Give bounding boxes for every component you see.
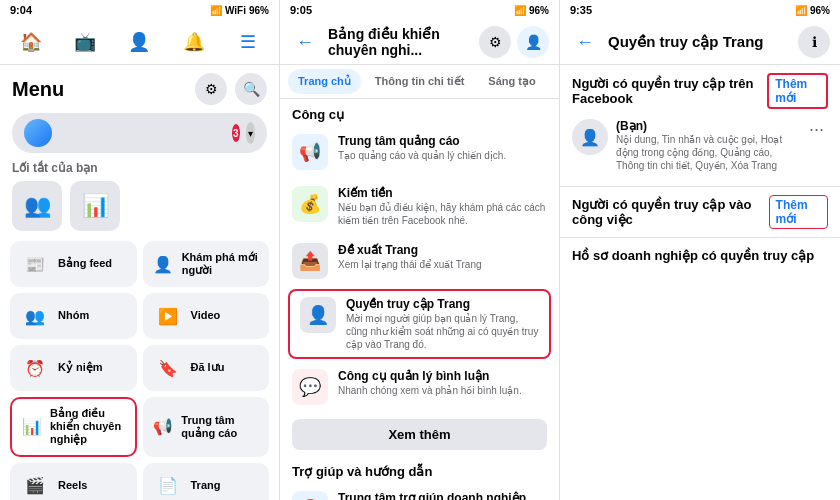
menu-label-quang-cao: Trung tâm quảng cáo: [181, 414, 259, 440]
tool-icon-de-xuat: 📤: [292, 243, 328, 279]
nav-bar-1: 🏠 📺 👤 🔔 ☰: [0, 20, 279, 65]
signal-icon-2: 📶: [514, 5, 526, 16]
battery-icon: 96%: [249, 5, 269, 16]
menu-item-trang[interactable]: 📄 Trang: [143, 463, 270, 500]
menu-icon-da-luu: 🔖: [153, 353, 183, 383]
tool-text-binh-luan: Công cụ quản lý bình luận Nhanh chóng xe…: [338, 369, 547, 397]
menu-grid: 📰 Bảng feed 👤 Khám phá mới người 👥 Nhóm …: [0, 235, 279, 500]
biz-section: Hồ sơ doanh nghiệp có quyền truy cập: [560, 238, 840, 272]
chevron-down-icon[interactable]: ▾: [246, 122, 255, 144]
panel-dashboard: 9:05 📶 96% ← Bảng điều khiển chuyên nghi…: [280, 0, 560, 500]
menu-icon-trang: 📄: [153, 471, 183, 500]
status-icons-1: 📶 WiFi 96%: [210, 5, 269, 16]
time-1: 9:04: [10, 4, 32, 16]
time-3: 9:35: [570, 4, 592, 16]
menu-item-ky-niem[interactable]: ⏰ Kỷ niệm: [10, 345, 137, 391]
menu-icon-video: ▶️: [153, 301, 183, 331]
avatar-icon-2[interactable]: 👤: [517, 26, 549, 58]
info-icon-btn[interactable]: ℹ: [798, 26, 830, 58]
tool-binh-luan[interactable]: 💬 Công cụ quản lý bình luận Nhanh chóng …: [280, 361, 559, 413]
menu-item-bang-feed[interactable]: 📰 Bảng feed: [10, 241, 137, 287]
fb-access-title: Người có quyền truy cập trên Facebook: [572, 76, 767, 106]
nav-home[interactable]: 🏠: [15, 26, 47, 58]
search-input[interactable]: [58, 126, 226, 141]
search-icon-btn[interactable]: 🔍: [235, 73, 267, 105]
nav-menu[interactable]: ☰: [232, 26, 264, 58]
panel-menu: 9:04 📶 WiFi 96% 🏠 📺 👤 🔔 ☰ Menu ⚙ 🔍 3 ▾ L…: [0, 0, 280, 500]
tabs-row: Trang chủ Thông tin chi tiết Sáng tạo Tư…: [280, 65, 559, 99]
tool-desc-quang-cao: Tạo quảng cáo và quản lý chiến dịch.: [338, 149, 547, 162]
help-label: Trợ giúp và hướng dẫn: [280, 456, 559, 483]
panel2-header: ← Bảng điều khiển chuyên nghi... ⚙ 👤: [280, 20, 559, 65]
tool-text-quang-cao: Trung tâm quảng cáo Tạo quảng cáo và quả…: [338, 134, 547, 162]
view-more-button[interactable]: Xem thêm: [292, 419, 547, 450]
nav-tv[interactable]: 📺: [69, 26, 101, 58]
gear-icon-2[interactable]: ⚙: [479, 26, 511, 58]
tool-icon-binh-luan: 💬: [292, 369, 328, 405]
user-name-ban: (Bạn): [616, 119, 797, 133]
tool-kiem-tien[interactable]: 💰 Kiếm tiền Nếu bạn đủ điều kiện, hãy kh…: [280, 178, 559, 235]
menu-label-reels: Reels: [58, 479, 87, 492]
add-new-work-button[interactable]: Thêm mới: [769, 195, 828, 229]
search-bar: 3 ▾: [12, 113, 267, 153]
tab-sang-tao[interactable]: Sáng tạo: [478, 69, 545, 94]
back-button-3[interactable]: ←: [570, 30, 600, 55]
signal-icon-3: 📶: [795, 5, 807, 16]
tool-quang-cao[interactable]: 📢 Trung tâm quảng cáo Tạo quảng cáo và q…: [280, 126, 559, 178]
nav-profile[interactable]: 👤: [123, 26, 155, 58]
shortcut-item-1[interactable]: 👥: [12, 181, 62, 231]
tool-icon-kiem-tien: 💰: [292, 186, 328, 222]
nav-bell[interactable]: 🔔: [178, 26, 210, 58]
tool-text-quyen: Quyền truy cập Trang Mời mọi người giúp …: [346, 297, 539, 351]
tool-text-meta: Trung tâm trợ giúp doanh nghiệp của Meta…: [338, 491, 547, 500]
menu-icon-nhom: 👥: [20, 301, 50, 331]
time-2: 9:05: [290, 4, 312, 16]
shortcut-item-2[interactable]: 📊: [70, 181, 120, 231]
tool-desc-binh-luan: Nhanh chóng xem và phản hồi bình luận.: [338, 384, 547, 397]
menu-title: Menu: [12, 78, 64, 101]
menu-item-nhom[interactable]: 👥 Nhóm: [10, 293, 137, 339]
tab-trang-chu[interactable]: Trang chủ: [288, 69, 361, 94]
panel2-title: Bảng điều khiển chuyên nghi...: [328, 26, 471, 58]
menu-icon-bang-dk: 📊: [22, 412, 42, 442]
menu-label-bang-dk: Bảng điều khiển chuyên nghiệp: [50, 407, 125, 447]
menu-label-nhom: Nhóm: [58, 309, 89, 322]
tool-desc-de-xuat: Xem lại trạng thái để xuất Trang: [338, 258, 547, 271]
menu-label-feed: Bảng feed: [58, 257, 112, 270]
panel3-header: ← Quyền truy cập Trang ℹ: [560, 20, 840, 65]
menu-item-quang-cao[interactable]: 📢 Trung tâm quảng cáo: [143, 397, 270, 457]
battery-icon-3: 96%: [810, 5, 830, 16]
back-button-2[interactable]: ←: [290, 30, 320, 55]
more-options-btn[interactable]: ···: [805, 119, 828, 140]
add-new-fb-button[interactable]: Thêm mới: [767, 73, 828, 109]
menu-item-kham-pha[interactable]: 👤 Khám phá mới người: [143, 241, 270, 287]
menu-item-bang-dk[interactable]: 📊 Bảng điều khiển chuyên nghiệp: [10, 397, 137, 457]
tool-quyen-truy-cap[interactable]: 👤 Quyền truy cập Trang Mời mọi người giú…: [288, 289, 551, 359]
tool-icon-quang-cao: 📢: [292, 134, 328, 170]
menu-header-icons: ⚙ 🔍: [195, 73, 267, 105]
menu-item-da-luu[interactable]: 🔖 Đã lưu: [143, 345, 270, 391]
tool-icon-meta: ❓: [292, 491, 328, 500]
menu-label-video: Video: [191, 309, 221, 322]
menu-item-video[interactable]: ▶️ Video: [143, 293, 270, 339]
tool-title-quang-cao: Trung tâm quảng cáo: [338, 134, 547, 148]
settings-icon-btn[interactable]: ⚙: [195, 73, 227, 105]
user-info-ban: (Bạn) Nội dung, Tin nhắn và cuộc gọi, Ho…: [616, 119, 797, 172]
tool-meta-help[interactable]: ❓ Trung tâm trợ giúp doanh nghiệp của Me…: [280, 483, 559, 500]
menu-item-reels[interactable]: 🎬 Reels: [10, 463, 137, 500]
notification-badge: 3: [232, 124, 240, 142]
tool-icon-quyen: 👤: [300, 297, 336, 333]
menu-label-da-luu: Đã lưu: [191, 361, 225, 374]
user-role-ban: Nội dung, Tin nhắn và cuộc gọi, Hoạt độn…: [616, 133, 797, 172]
status-bar-1: 9:04 📶 WiFi 96%: [0, 0, 279, 20]
status-bar-3: 9:35 📶 96%: [560, 0, 840, 20]
fb-access-section: Người có quyền truy cập trên Facebook Th…: [560, 65, 840, 187]
panel-page-access: 9:35 📶 96% ← Quyền truy cập Trang ℹ Ngườ…: [560, 0, 840, 500]
signal-icon: 📶: [210, 5, 222, 16]
tool-title-quyen: Quyền truy cập Trang: [346, 297, 539, 311]
tool-desc-kiem-tien: Nếu bạn đủ điều kiện, hãy khám phá các c…: [338, 201, 547, 227]
tool-de-xuat[interactable]: 📤 Đề xuất Trang Xem lại trạng thái để xu…: [280, 235, 559, 287]
tab-thong-tin[interactable]: Thông tin chi tiết: [365, 69, 474, 94]
tab-tuong-tac[interactable]: Tương tác: [550, 69, 559, 94]
panel2-header-icons: ⚙ 👤: [479, 26, 549, 58]
